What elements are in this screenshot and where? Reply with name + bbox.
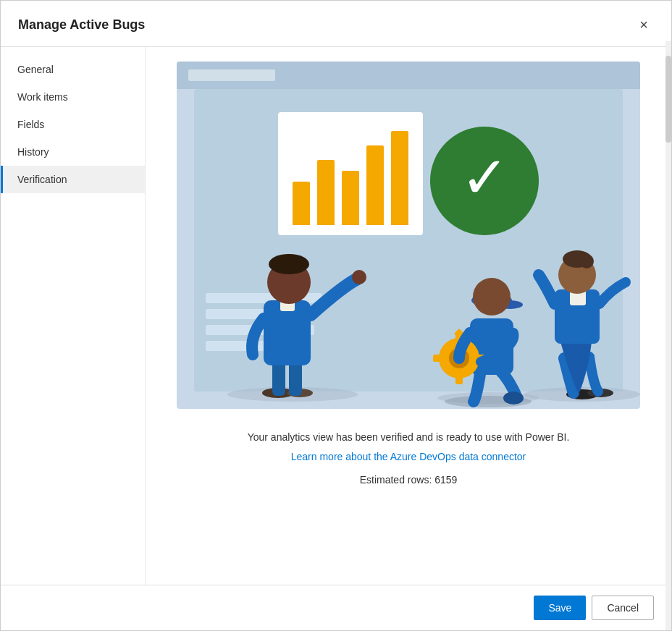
main-content: ✓ <box>146 47 671 585</box>
svg-point-18 <box>473 278 511 316</box>
browser-bar <box>177 62 640 89</box>
dialog-header: Manage Active Bugs × <box>1 1 671 47</box>
svg-rect-22 <box>455 374 463 384</box>
save-button[interactable]: Save <box>534 596 586 620</box>
sidebar-item-verification[interactable]: Verification <box>1 166 145 193</box>
illustration-figures <box>177 163 640 409</box>
sidebar-item-fields[interactable]: Fields <box>1 111 145 138</box>
manage-active-bugs-dialog: Manage Active Bugs × General Work items … <box>0 0 672 631</box>
sidebar: General Work items Fields History Verifi… <box>1 47 146 585</box>
sidebar-item-general[interactable]: General <box>1 56 145 83</box>
svg-point-13 <box>503 391 524 405</box>
scrollbar-track[interactable] <box>665 41 671 630</box>
svg-rect-23 <box>433 355 443 362</box>
close-button[interactable]: × <box>634 14 654 36</box>
scrollbar-thumb[interactable] <box>665 56 671 143</box>
svg-point-11 <box>352 270 366 284</box>
sidebar-item-history[interactable]: History <box>1 138 145 166</box>
svg-point-10 <box>269 254 309 274</box>
dialog-title: Manage Active Bugs <box>18 17 145 33</box>
estimated-rows: Estimated rows: 6159 <box>360 474 458 486</box>
dialog-footer: Save Cancel <box>1 585 671 630</box>
verification-message: Your analytics view has been verified an… <box>248 429 570 445</box>
verification-illustration: ✓ <box>177 62 640 409</box>
svg-point-33 <box>579 254 594 268</box>
cancel-button[interactable]: Cancel <box>592 596 654 620</box>
dialog-body: General Work items Fields History Verifi… <box>1 47 671 585</box>
sidebar-item-work-items[interactable]: Work items <box>1 83 145 111</box>
browser-url-bar <box>188 69 275 81</box>
learn-more-link[interactable]: Learn more about the Azure DevOps data c… <box>291 451 526 462</box>
